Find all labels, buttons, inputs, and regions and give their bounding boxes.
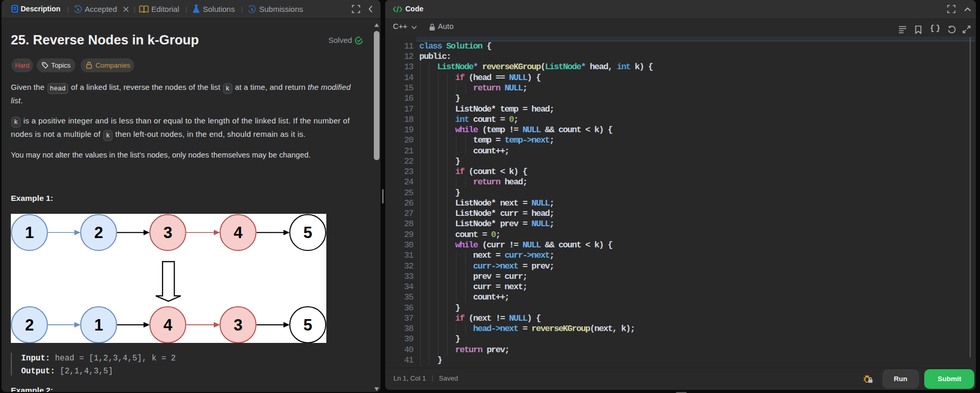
svg-text:1: 1 <box>25 224 34 242</box>
svg-text:5: 5 <box>303 224 312 242</box>
svg-text:3: 3 <box>163 224 172 242</box>
svg-text:4: 4 <box>163 316 172 334</box>
svg-text:2: 2 <box>25 316 34 334</box>
svg-text:1: 1 <box>94 316 103 334</box>
svg-text:3: 3 <box>233 316 242 334</box>
svg-text:4: 4 <box>233 224 243 242</box>
svg-text:2: 2 <box>94 224 103 242</box>
svg-text:5: 5 <box>303 316 312 334</box>
